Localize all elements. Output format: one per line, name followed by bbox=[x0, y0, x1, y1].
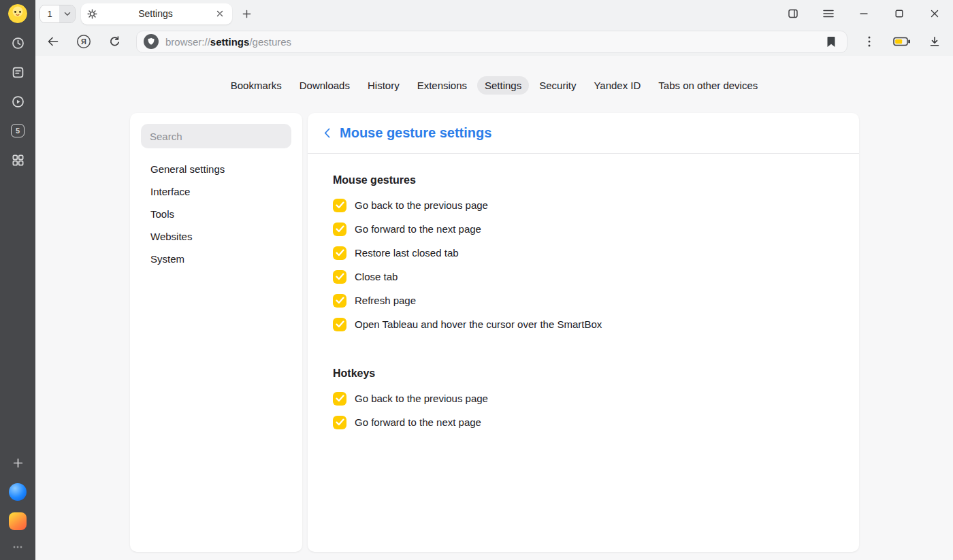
battery-icon[interactable] bbox=[891, 33, 913, 50]
option-label: Go forward to the next page bbox=[355, 416, 481, 428]
checkbox-checked[interactable] bbox=[333, 318, 346, 331]
settings-top-nav: Bookmarks Downloads History Extensions S… bbox=[35, 76, 953, 95]
bookmark-icon[interactable] bbox=[822, 33, 840, 50]
page-title: Mouse gesture settings bbox=[340, 125, 491, 141]
url-text: browser://settings/gestures bbox=[165, 36, 291, 48]
checkbox-checked[interactable] bbox=[333, 392, 346, 406]
window-minimize-button[interactable] bbox=[855, 5, 873, 22]
checkbox-checked[interactable] bbox=[333, 416, 346, 429]
tab-group-count: 1 bbox=[40, 5, 59, 22]
tabs-counter-button[interactable]: 5 bbox=[8, 121, 27, 140]
sidebar-item-general-settings[interactable]: General settings bbox=[141, 158, 291, 180]
option-label: Go back to the previous page bbox=[355, 393, 488, 404]
more-options-icon[interactable] bbox=[860, 33, 878, 50]
option-row[interactable]: Close tab bbox=[333, 265, 834, 289]
new-tab-button[interactable] bbox=[238, 5, 255, 22]
url-path: /gestures bbox=[249, 36, 291, 48]
settings-menu: General settings Interface Tools Website… bbox=[141, 158, 291, 270]
option-row[interactable]: Go back to the previous page bbox=[333, 193, 834, 217]
downloads-icon[interactable] bbox=[926, 33, 943, 50]
apps-grid-icon[interactable] bbox=[8, 150, 27, 169]
option-label: Go forward to the next page bbox=[355, 223, 481, 235]
sidebar-item-websites[interactable]: Websites bbox=[141, 225, 291, 248]
section-hotkeys: Hotkeys Go back to the previous page bbox=[333, 367, 834, 434]
sidebar-item-tools[interactable]: Tools bbox=[141, 203, 291, 225]
nav-item-security[interactable]: Security bbox=[532, 76, 583, 95]
section-heading: Mouse gestures bbox=[333, 174, 834, 186]
back-icon[interactable] bbox=[44, 33, 62, 50]
option-label: Refresh page bbox=[355, 295, 416, 306]
settings-page: Bookmarks Downloads History Extensions S… bbox=[35, 56, 953, 560]
browser-window: 5 bbox=[0, 0, 953, 560]
yandex-browser-app-icon[interactable] bbox=[8, 482, 27, 501]
detail-header: Mouse gesture settings bbox=[308, 113, 859, 154]
checkbox-checked[interactable] bbox=[333, 246, 346, 260]
menu-icon[interactable] bbox=[820, 5, 837, 22]
option-row[interactable]: Refresh page bbox=[333, 289, 834, 312]
yandex-letter: Я bbox=[81, 37, 86, 46]
player-icon[interactable] bbox=[8, 92, 27, 111]
nav-item-tabs-other-devices[interactable]: Tabs on other devices bbox=[651, 76, 765, 95]
sidebar-item-system[interactable]: System bbox=[141, 248, 291, 270]
nav-item-downloads[interactable]: Downloads bbox=[292, 76, 357, 95]
nav-item-settings[interactable]: Settings bbox=[477, 76, 529, 95]
section-heading: Hotkeys bbox=[333, 367, 834, 380]
url-host: settings bbox=[210, 36, 250, 48]
settings-sidebar: General settings Interface Tools Website… bbox=[130, 113, 302, 552]
tab-group-control[interactable]: 1 bbox=[39, 5, 76, 23]
nav-item-bookmarks[interactable]: Bookmarks bbox=[223, 76, 289, 95]
checkbox-checked[interactable] bbox=[333, 270, 346, 284]
profile-avatar[interactable] bbox=[8, 4, 27, 23]
checkbox-checked[interactable] bbox=[333, 294, 346, 308]
option-label: Go back to the previous page bbox=[355, 199, 488, 211]
chevron-down-icon[interactable] bbox=[59, 5, 75, 22]
rail-add-button[interactable] bbox=[8, 453, 27, 472]
nav-item-yandex-id[interactable]: Yandex ID bbox=[586, 76, 648, 95]
option-label: Close tab bbox=[355, 271, 398, 282]
detail-body: Mouse gestures Go back to the previous p… bbox=[308, 154, 859, 455]
nav-item-history[interactable]: History bbox=[360, 76, 407, 95]
option-label: Open Tableau and hover the cursor over t… bbox=[355, 318, 602, 330]
yandex-app-icon[interactable] bbox=[8, 512, 27, 531]
option-row[interactable]: Go back to the previous page bbox=[333, 386, 834, 410]
checkbox-checked[interactable] bbox=[333, 223, 346, 236]
tab-settings[interactable]: Settings bbox=[81, 3, 232, 24]
left-rail: 5 bbox=[0, 0, 35, 560]
nav-item-extensions[interactable]: Extensions bbox=[410, 76, 474, 95]
tab-title: Settings bbox=[101, 8, 210, 19]
rail-more-icon[interactable] bbox=[8, 541, 27, 553]
option-row[interactable]: Restore last closed tab bbox=[333, 241, 834, 265]
tab-strip: 1 Settings bbox=[35, 0, 953, 27]
window-maximize-button[interactable] bbox=[890, 5, 908, 22]
address-bar[interactable]: browser://settings/gestures bbox=[136, 31, 847, 53]
url-scheme: browser:// bbox=[165, 36, 210, 48]
gear-icon bbox=[87, 9, 97, 19]
tab-close-icon[interactable] bbox=[214, 7, 226, 20]
option-row[interactable]: Go forward to the next page bbox=[333, 217, 834, 241]
window-close-button[interactable] bbox=[926, 5, 943, 22]
reload-icon[interactable] bbox=[106, 33, 123, 50]
option-label: Restore last closed tab bbox=[355, 247, 459, 259]
tabs-count-badge: 5 bbox=[11, 124, 25, 137]
option-row[interactable]: Go forward to the next page bbox=[333, 410, 834, 434]
section-mouse-gestures: Mouse gestures Go back to the previous p… bbox=[333, 174, 834, 336]
side-panel-icon[interactable] bbox=[784, 5, 802, 22]
search-input[interactable] bbox=[141, 124, 291, 148]
feed-icon[interactable] bbox=[8, 63, 27, 82]
yandex-search-icon[interactable]: Я bbox=[75, 33, 93, 50]
option-row[interactable]: Open Tableau and hover the cursor over t… bbox=[333, 312, 834, 336]
gesture-settings-panel: Mouse gesture settings Mouse gestures Go… bbox=[308, 113, 859, 552]
sidebar-item-interface[interactable]: Interface bbox=[141, 180, 291, 203]
site-security-icon[interactable] bbox=[144, 34, 159, 49]
history-icon[interactable] bbox=[8, 33, 27, 52]
toolbar: Я browser://settings/gestures bbox=[35, 27, 953, 56]
checkbox-checked[interactable] bbox=[333, 199, 346, 212]
back-chevron-icon[interactable] bbox=[320, 125, 334, 142]
